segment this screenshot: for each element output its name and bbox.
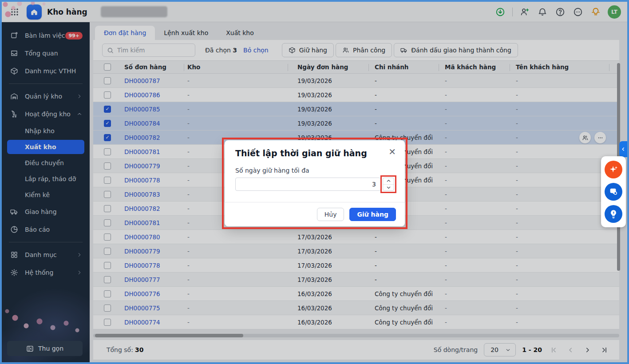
hold-days-label: Số ngày giữ hàng tối đa	[235, 167, 394, 174]
expand-panel-tab[interactable]	[619, 141, 627, 157]
number-stepper	[383, 178, 394, 191]
idea-lightbulb-button[interactable]	[605, 205, 622, 223]
confirm-hold-button[interactable]: Giữ hàng	[349, 208, 396, 221]
stepper-up-button[interactable]	[383, 178, 394, 185]
cancel-button[interactable]: Hủy	[317, 208, 344, 221]
app-window: Kho hàng LT Bàn	[0, 0, 629, 364]
modal-footer: Hủy Giữ hàng	[225, 202, 405, 226]
chat-support-button[interactable]	[605, 183, 622, 201]
stepper-down-button[interactable]	[383, 185, 394, 191]
hold-time-modal: Thiết lập thời gian giữ hàng ✕ Số ngày g…	[225, 140, 405, 226]
ai-assistant-button[interactable]	[605, 161, 622, 178]
close-icon[interactable]: ✕	[388, 147, 396, 156]
floating-help-panel	[601, 156, 626, 227]
hold-days-input[interactable]	[235, 178, 381, 191]
modal-title: Thiết lập thời gian giữ hàng	[235, 148, 394, 158]
